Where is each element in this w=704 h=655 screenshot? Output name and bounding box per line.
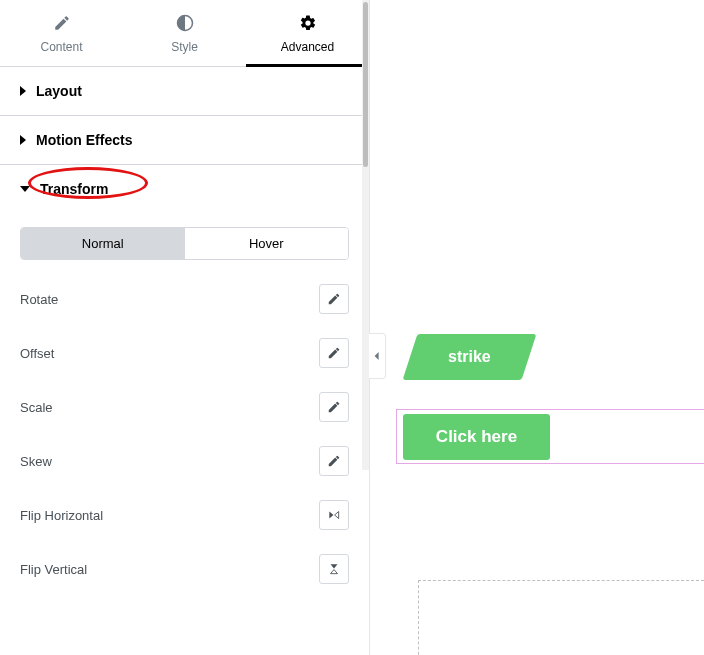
edit-skew-button[interactable] bbox=[319, 446, 349, 476]
flip-horizontal-button[interactable] bbox=[319, 500, 349, 530]
toggle-hover[interactable]: Hover bbox=[185, 228, 349, 259]
flip-vertical-icon bbox=[327, 562, 341, 576]
panel-scrollbar-thumb[interactable] bbox=[363, 2, 368, 167]
row-rotate: Rotate bbox=[20, 260, 349, 314]
tab-style[interactable]: Style bbox=[123, 0, 246, 66]
row-flip-horizontal: Flip Horizontal bbox=[20, 476, 349, 530]
section-motion: Motion Effects bbox=[0, 116, 369, 165]
top-tabs: Content Style Advanced bbox=[0, 0, 369, 67]
chevron-left-icon bbox=[373, 351, 381, 361]
pencil-icon bbox=[53, 14, 71, 32]
pencil-icon bbox=[327, 292, 341, 306]
label-flip-vertical: Flip Vertical bbox=[20, 562, 87, 577]
section-layout-label: Layout bbox=[36, 83, 82, 99]
canvas-area: strike Click here bbox=[370, 0, 704, 655]
state-toggle: Normal Hover bbox=[20, 227, 349, 260]
caret-right-icon bbox=[20, 86, 26, 96]
label-flip-horizontal: Flip Horizontal bbox=[20, 508, 103, 523]
pencil-icon bbox=[327, 454, 341, 468]
section-transform: Transform Normal Hover Rotate Offset Sca… bbox=[0, 165, 369, 604]
pencil-icon bbox=[327, 400, 341, 414]
caret-down-icon bbox=[20, 186, 30, 192]
transform-body: Normal Hover Rotate Offset Scale Skew Fl… bbox=[0, 227, 369, 604]
row-skew: Skew bbox=[20, 422, 349, 476]
edit-scale-button[interactable] bbox=[319, 392, 349, 422]
pencil-icon bbox=[327, 346, 341, 360]
section-transform-label: Transform bbox=[40, 181, 108, 197]
section-motion-header[interactable]: Motion Effects bbox=[0, 116, 369, 164]
tab-content-label: Content bbox=[40, 40, 82, 54]
section-transform-header[interactable]: Transform bbox=[0, 165, 369, 213]
caret-right-icon bbox=[20, 135, 26, 145]
panel-scrollbar-track bbox=[362, 0, 369, 470]
toggle-normal[interactable]: Normal bbox=[21, 228, 185, 259]
label-skew: Skew bbox=[20, 454, 52, 469]
selected-element-outline: Click here bbox=[396, 409, 704, 464]
label-scale: Scale bbox=[20, 400, 53, 415]
drop-zone[interactable] bbox=[418, 580, 704, 655]
edit-offset-button[interactable] bbox=[319, 338, 349, 368]
row-scale: Scale bbox=[20, 368, 349, 422]
section-layout: Layout bbox=[0, 67, 369, 116]
contrast-icon bbox=[176, 14, 194, 32]
edit-rotate-button[interactable] bbox=[319, 284, 349, 314]
collapse-panel-button[interactable] bbox=[369, 333, 386, 379]
label-offset: Offset bbox=[20, 346, 54, 361]
click-here-button[interactable]: Click here bbox=[403, 414, 550, 460]
section-motion-label: Motion Effects bbox=[36, 132, 132, 148]
tab-advanced-label: Advanced bbox=[281, 40, 334, 54]
tab-content[interactable]: Content bbox=[0, 0, 123, 66]
row-offset: Offset bbox=[20, 314, 349, 368]
tab-style-label: Style bbox=[171, 40, 198, 54]
gear-icon bbox=[299, 14, 317, 32]
label-rotate: Rotate bbox=[20, 292, 58, 307]
settings-panel: Content Style Advanced Layout Motion Eff… bbox=[0, 0, 370, 655]
flip-vertical-button[interactable] bbox=[319, 554, 349, 584]
strike-button[interactable]: strike bbox=[403, 334, 537, 380]
section-layout-header[interactable]: Layout bbox=[0, 67, 369, 115]
flip-horizontal-icon bbox=[327, 508, 341, 522]
tab-advanced[interactable]: Advanced bbox=[246, 0, 369, 66]
row-flip-vertical: Flip Vertical bbox=[20, 530, 349, 584]
